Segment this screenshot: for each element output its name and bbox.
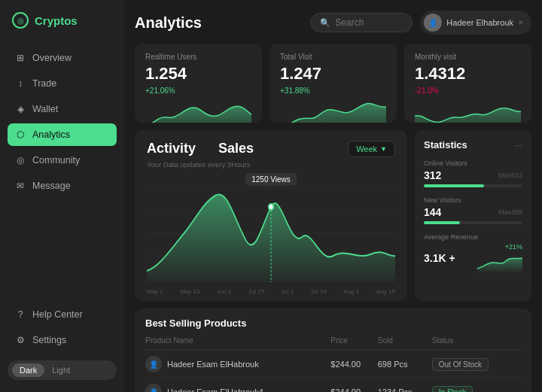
- products-title: Best Selling Products: [145, 318, 521, 329]
- user-avatar[interactable]: 👤 Hadeer Elhabrouk ✕: [420, 11, 531, 35]
- stat-change-0: +21.06%: [145, 87, 251, 95]
- settings-icon: ⚙: [15, 335, 26, 345]
- main-content: Analytics 🔍 👤 Hadeer Elhabrouk ✕ Realtim…: [124, 0, 542, 392]
- mini-chart-2: [415, 101, 521, 123]
- chevron-down-icon: ▼: [380, 145, 387, 153]
- x-label: Jul 15: [248, 288, 264, 295]
- stat-label-1: Total Visit: [280, 53, 386, 61]
- statistics-card: Statistics ··· Online Visitors 312 Max51…: [415, 130, 531, 301]
- mini-chart-0: [145, 101, 251, 123]
- sidebar-item-label: Message: [32, 181, 71, 191]
- sidebar-item-community[interactable]: ◎ Community: [8, 149, 117, 172]
- stat-item-row-online: 312 Max512: [424, 169, 522, 181]
- stat-item-max-online: Max512: [498, 172, 522, 179]
- stat-item-new: New Visitors 144 Max388: [424, 196, 522, 224]
- sidebar-item-label: Wallet: [32, 104, 58, 114]
- message-icon: ✉: [15, 181, 26, 191]
- theme-dark-label: Dark: [12, 363, 44, 377]
- header-right: 🔍 👤 Hadeer Elhabrouk ✕: [310, 11, 531, 35]
- sidebar-item-label: Settings: [32, 335, 66, 345]
- sidebar: ◎ Cryptos ⊞ Overview ↕ Trade ◈ Wallet ⬡ …: [0, 0, 124, 392]
- trade-icon: ↕: [15, 78, 26, 89]
- sidebar-item-trade[interactable]: ↕ Trade: [8, 72, 117, 95]
- activity-titles: Activity Sales: [147, 141, 254, 156]
- stat-revenue-row: 3.1K + +21%: [424, 243, 522, 273]
- col-header-status: Status: [432, 336, 521, 350]
- products-card: Best Selling Products Product Name Price…: [135, 308, 531, 392]
- sidebar-item-wallet[interactable]: ◈ Wallet: [8, 98, 117, 120]
- statistics-title: Statistics: [424, 139, 467, 150]
- community-icon: ◎: [15, 155, 26, 166]
- x-label: Aug 1: [343, 288, 359, 295]
- main-chart: 1250 Views: [147, 173, 395, 293]
- search-box[interactable]: 🔍: [310, 13, 413, 32]
- stat-item-label-new: New Visitors: [424, 196, 522, 204]
- week-button[interactable]: Week ▼: [348, 141, 395, 157]
- stat-item-revenue: Average Revenue 3.1K + +21%: [424, 233, 522, 273]
- logo-text: Cryptos: [35, 14, 78, 27]
- activity-title: Activity: [147, 141, 196, 156]
- stat-value-2: 1.4312: [415, 64, 521, 84]
- sidebar-item-overview[interactable]: ⊞ Overview: [8, 47, 117, 69]
- x-label: Jul 15: [311, 288, 327, 295]
- statistics-header: Statistics ···: [424, 139, 522, 150]
- theme-light-label: Light: [44, 363, 78, 377]
- x-label: May 15: [180, 288, 199, 295]
- product-name-0: Hadeer Esam ElHabrouk: [167, 360, 259, 369]
- status-badge-1: In Stock: [432, 386, 473, 392]
- svg-point-4: [269, 204, 274, 210]
- sidebar-item-settings[interactable]: ⚙ Settings: [8, 329, 117, 351]
- product-sold-0: 698 Pcs: [378, 350, 432, 378]
- stat-label-0: Realtime Users: [145, 53, 251, 61]
- x-label: Jul 1: [281, 288, 294, 295]
- sidebar-item-help[interactable]: ? Help Center: [8, 303, 117, 326]
- more-icon[interactable]: ···: [515, 140, 522, 150]
- product-name-1: Hadeer Esam ElHabrouk4: [167, 387, 263, 392]
- sidebar-item-label: Analytics: [32, 129, 70, 140]
- product-sold-1: 1234 Pcs: [378, 378, 432, 393]
- page-title: Analytics: [135, 14, 202, 32]
- col-header-sold: Sold: [378, 336, 432, 350]
- help-icon: ?: [15, 309, 26, 320]
- search-input[interactable]: [335, 17, 403, 28]
- theme-toggle[interactable]: Dark Light: [8, 360, 117, 380]
- sidebar-item-message[interactable]: ✉ Message: [8, 175, 117, 197]
- x-label: Aug 15: [376, 288, 395, 295]
- mini-chart-1: [280, 101, 386, 123]
- col-header-name: Product Name: [145, 336, 330, 350]
- table-row: 👤 Hadeer Esam ElHabrouk $244.00 698 Pcs …: [145, 350, 521, 378]
- activity-subtitle: Your Data updates every 3Hours: [147, 160, 395, 169]
- stat-change-1: +31.88%: [280, 87, 386, 95]
- close-icon: ✕: [518, 19, 524, 26]
- stat-label-2: Monthly visit: [415, 53, 521, 61]
- sidebar-nav: ⊞ Overview ↕ Trade ◈ Wallet ⬡ Analytics …: [8, 47, 117, 296]
- sidebar-item-label: Community: [32, 155, 80, 166]
- sales-title: Sales: [218, 141, 254, 156]
- stat-item-value-online: 312: [424, 169, 441, 181]
- stat-item-online: Online Visitors 312 Max512: [424, 160, 522, 187]
- product-name-cell-1: 👤 Hadeer Esam ElHabrouk4: [145, 384, 330, 392]
- stat-value-1: 1.247: [280, 64, 386, 84]
- stat-card-monthly: Monthly visit 1.4312 -21.0%: [404, 44, 531, 123]
- table-row: 👤 Hadeer Esam ElHabrouk4 $244.00 1234 Pc…: [145, 378, 521, 393]
- stat-item-label-online: Online Visitors: [424, 160, 522, 167]
- logo-icon: ◎: [12, 12, 29, 29]
- logo: ◎ Cryptos: [8, 12, 117, 29]
- progress-fill-new: [424, 221, 460, 224]
- stat-value-0: 1.254: [145, 64, 251, 84]
- x-label: Jun 1: [217, 288, 232, 295]
- x-label: May 1: [147, 288, 163, 295]
- wallet-icon: ◈: [15, 104, 26, 114]
- progress-fill-online: [424, 184, 484, 187]
- activity-stats-row: Activity Sales Week ▼ Your Data updates …: [135, 130, 531, 301]
- progress-bg-online: [424, 184, 522, 187]
- stat-item-max-new: Max388: [498, 208, 522, 216]
- page-header: Analytics 🔍 👤 Hadeer Elhabrouk ✕: [135, 11, 531, 35]
- stat-item-label-revenue: Average Revenue: [424, 233, 522, 241]
- status-badge-0: Out Of Stock: [432, 358, 489, 371]
- user-icon-0: 👤: [145, 356, 162, 372]
- stat-revenue-pct: +21%: [505, 243, 522, 251]
- product-price-1: $244.00: [330, 378, 377, 393]
- stat-card-total: Total Visit 1.247 +31.88%: [269, 44, 397, 123]
- sidebar-item-analytics[interactable]: ⬡ Analytics: [8, 123, 117, 146]
